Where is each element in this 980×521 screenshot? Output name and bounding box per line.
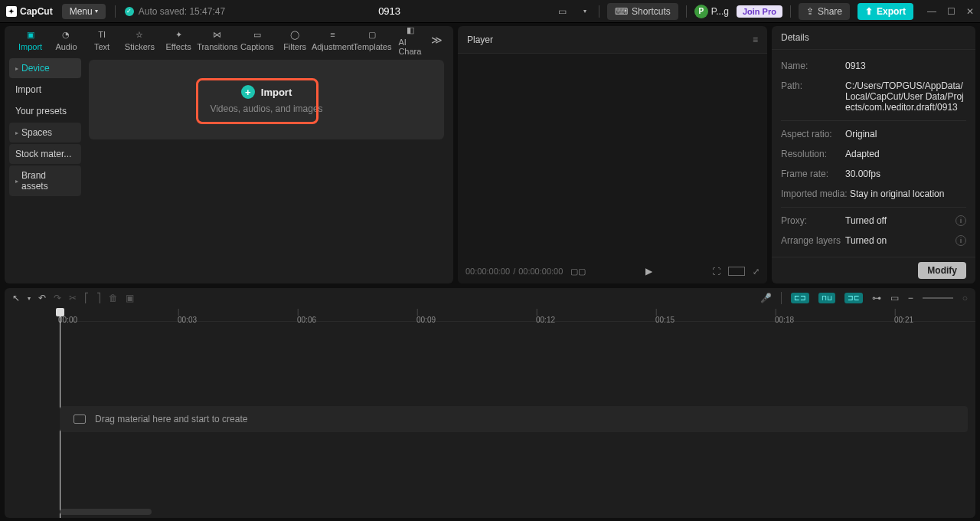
separator bbox=[599, 5, 599, 18]
app-name: CapCut bbox=[20, 6, 53, 17]
chevron-down-icon[interactable]: ▾ bbox=[28, 295, 31, 302]
sidebar-item-spaces[interactable]: ▸Spaces bbox=[9, 123, 81, 143]
tab-filters[interactable]: ◯Filters bbox=[277, 28, 313, 51]
tab-adjustment[interactable]: ≡Adjustment bbox=[312, 28, 352, 51]
chevron-down-icon: ▾ bbox=[95, 8, 98, 15]
ruler-tick: 00:09 bbox=[416, 308, 436, 324]
check-icon bbox=[125, 7, 134, 16]
maximize-button[interactable]: ☐ bbox=[947, 6, 956, 17]
tab-captions[interactable]: ▭Captions bbox=[237, 28, 277, 51]
tab-audio[interactable]: ◔Audio bbox=[48, 28, 84, 51]
sidebar-item-import[interactable]: Import bbox=[9, 80, 81, 100]
info-icon[interactable]: i bbox=[956, 235, 966, 246]
magnet-right-icon[interactable]: ⊐⊏ bbox=[844, 293, 863, 303]
redo-icon[interactable]: ↷ bbox=[54, 293, 61, 303]
compare-icon[interactable]: ▢▢ bbox=[570, 267, 586, 277]
player-viewport[interactable]: 00:00:00:00 / 00:00:00:00 ▢▢ ▶ ⛶ ⤢ bbox=[458, 54, 767, 283]
ruler-tick: 00:21 bbox=[894, 308, 913, 324]
media-icon bbox=[74, 415, 86, 424]
fullscreen-icon[interactable]: ⤢ bbox=[753, 267, 760, 277]
menu-button[interactable]: Menu ▾ bbox=[62, 4, 106, 19]
close-button[interactable]: ✕ bbox=[966, 6, 974, 17]
player-controls: 00:00:00:00 / 00:00:00:00 ▢▢ ▶ ⛶ ⤢ bbox=[458, 259, 767, 283]
user-area[interactable]: P P...g bbox=[694, 5, 729, 18]
undo-icon[interactable]: ↶ bbox=[38, 293, 46, 303]
details-panel: Details Name:0913 Path:C:/Users/TOPGUS/A… bbox=[772, 26, 975, 283]
ratio-button[interactable] bbox=[728, 267, 745, 276]
details-title: Details bbox=[781, 32, 809, 43]
transitions-icon: ⋈ bbox=[211, 28, 224, 41]
player-title: Player bbox=[467, 34, 493, 45]
zoom-out-icon[interactable]: − bbox=[908, 293, 913, 303]
shortcuts-button[interactable]: ⌨ Shortcuts bbox=[607, 3, 678, 20]
magnet-left-icon[interactable]: ⊏⊐ bbox=[791, 293, 809, 303]
player-panel: Player ≡ 00:00:00:00 / 00:00:00:00 ▢▢ ▶ … bbox=[458, 26, 767, 283]
export-button[interactable]: ⬆ Export bbox=[858, 3, 913, 20]
tab-ai[interactable]: ◧AI Chara bbox=[392, 24, 428, 56]
autosave-status: Auto saved: 15:47:47 bbox=[125, 6, 225, 17]
user-name: P...g bbox=[711, 6, 729, 17]
tab-stickers[interactable]: ☆Stickers bbox=[119, 28, 159, 51]
crop-icon[interactable]: ▣ bbox=[126, 293, 134, 303]
sidebar-item-brand-assets[interactable]: ▸Brand assets bbox=[9, 165, 81, 196]
sidebar-item-device[interactable]: ▸Device bbox=[9, 58, 81, 78]
ruler-tick: 00:15 bbox=[655, 308, 675, 324]
info-icon[interactable]: i bbox=[956, 215, 966, 226]
play-button[interactable]: ▶ bbox=[645, 266, 652, 277]
timeline-drop-hint[interactable]: Drag material here and start to create bbox=[60, 406, 968, 432]
tab-text[interactable]: TIText bbox=[84, 28, 120, 51]
link-icon[interactable]: ⊶ bbox=[872, 293, 881, 303]
logo-icon: ✦ bbox=[6, 6, 17, 17]
mic-icon[interactable]: 🎤 bbox=[760, 293, 772, 303]
media-sidebar: ▸DeviceImportYour presets▸SpacesStock ma… bbox=[5, 54, 86, 283]
titlebar: ✦ CapCut Menu ▾ Auto saved: 15:47:47 091… bbox=[0, 0, 980, 23]
media-tabs: ▣Import◔AudioTIText☆Stickers✦Effects⋈Tra… bbox=[5, 26, 453, 54]
cursor-icon[interactable]: ↖ bbox=[12, 293, 20, 303]
timeline[interactable]: 00:0000:0300:0600:0900:1200:1500:1800:21… bbox=[5, 308, 975, 518]
separator bbox=[686, 5, 687, 18]
join-pro-button[interactable]: Join Pro bbox=[737, 5, 782, 18]
text-icon: TI bbox=[95, 28, 109, 41]
total-time: 00:00:00:00 bbox=[518, 267, 563, 276]
zoom-in-icon[interactable]: ○ bbox=[962, 293, 968, 303]
timeline-scrollbar[interactable] bbox=[60, 509, 152, 515]
modify-button[interactable]: Modify bbox=[918, 262, 966, 279]
tabs-more-icon[interactable]: ≫ bbox=[428, 34, 446, 46]
share-button[interactable]: ⇪ Share bbox=[799, 3, 850, 20]
sidebar-item-stock-mater-[interactable]: Stock mater... bbox=[9, 144, 81, 164]
current-time: 00:00:00:00 bbox=[466, 267, 510, 276]
tab-transitions[interactable]: ⋈Transitions bbox=[198, 28, 237, 51]
highlight-box bbox=[196, 78, 318, 124]
audio-icon: ◔ bbox=[59, 28, 73, 41]
tab-import[interactable]: ▣Import bbox=[12, 28, 48, 51]
trim-right-icon[interactable]: ⎤ bbox=[96, 293, 101, 303]
scan-icon[interactable]: ⛶ bbox=[712, 267, 720, 276]
filters-icon: ◯ bbox=[288, 28, 302, 41]
timeline-toolbar: ↖ ▾ ↶ ↷ ✂ ⎡ ⎤ 🗑 ▣ 🎤 ⊏⊐ ⊓⊔ ⊐⊏ ⊶ ▭ − ○ bbox=[5, 288, 975, 308]
magnet-icon[interactable]: ⊓⊔ bbox=[818, 293, 835, 303]
chevron-down-icon[interactable]: ▾ bbox=[579, 5, 591, 17]
preview-icon[interactable]: ▭ bbox=[890, 293, 899, 303]
keyboard-icon: ⌨ bbox=[615, 6, 628, 17]
menu-icon[interactable]: ≡ bbox=[753, 34, 758, 45]
split-icon[interactable]: ✂ bbox=[69, 293, 77, 303]
tab-templates[interactable]: ▢Templates bbox=[352, 28, 392, 51]
delete-icon[interactable]: 🗑 bbox=[109, 293, 118, 303]
adjustment-icon: ≡ bbox=[325, 28, 339, 41]
ai-icon: ◧ bbox=[403, 24, 417, 36]
import-dropzone[interactable]: + Import Videos, audios, and images bbox=[89, 60, 444, 139]
minimize-button[interactable]: — bbox=[927, 6, 936, 17]
layout-icon[interactable]: ▭ bbox=[554, 4, 571, 19]
trim-left-icon[interactable]: ⎡ bbox=[84, 293, 89, 303]
zoom-slider[interactable] bbox=[923, 297, 953, 299]
ruler-tick: 00:18 bbox=[775, 308, 794, 324]
sidebar-item-your-presets[interactable]: Your presets bbox=[9, 101, 81, 121]
detail-resolution: Adapted bbox=[845, 149, 966, 159]
detail-path: C:/Users/TOPGUS/AppData/Local/CapCut/Use… bbox=[845, 80, 966, 113]
separator bbox=[115, 5, 116, 18]
detail-framerate: 30.00fps bbox=[845, 169, 966, 179]
tab-effects[interactable]: ✦Effects bbox=[159, 28, 197, 51]
ruler-tick: 00:03 bbox=[178, 308, 197, 324]
timeline-ruler[interactable]: 00:0000:0300:0600:0900:1200:1500:1800:21 bbox=[58, 308, 975, 322]
caret-icon: ▸ bbox=[15, 65, 18, 72]
